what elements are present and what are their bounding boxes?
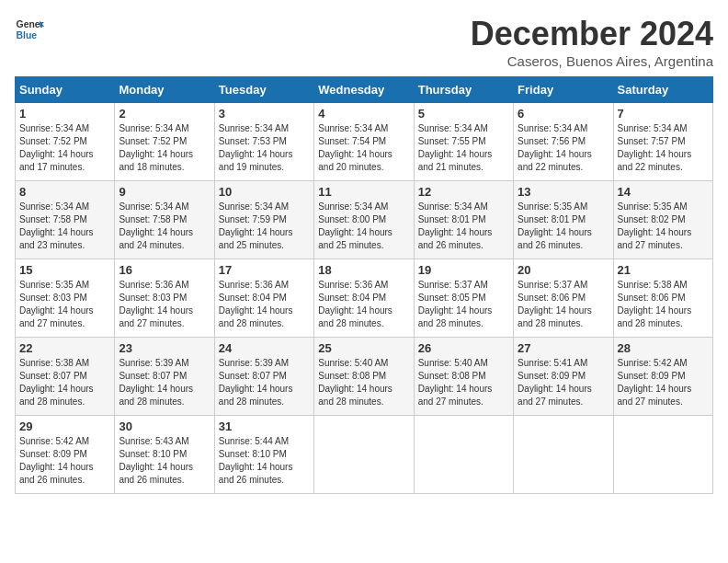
day-number: 23 bbox=[119, 341, 210, 355]
calendar-cell: 1Sunrise: 5:34 AM Sunset: 7:52 PM Daylig… bbox=[16, 103, 115, 181]
col-friday: Friday bbox=[514, 77, 613, 103]
day-info: Sunrise: 5:34 AM Sunset: 7:53 PM Dayligh… bbox=[219, 122, 310, 174]
day-info: Sunrise: 5:42 AM Sunset: 8:09 PM Dayligh… bbox=[19, 435, 110, 487]
day-number: 15 bbox=[19, 263, 110, 277]
day-number: 13 bbox=[518, 185, 609, 199]
day-info: Sunrise: 5:37 AM Sunset: 8:06 PM Dayligh… bbox=[518, 279, 609, 330]
month-title: December 2024 bbox=[471, 15, 713, 53]
day-info: Sunrise: 5:34 AM Sunset: 7:52 PM Dayligh… bbox=[119, 122, 210, 174]
calendar-cell bbox=[414, 416, 513, 494]
page-header: General Blue December 2024 Caseros, Buen… bbox=[15, 15, 713, 69]
day-number: 28 bbox=[618, 341, 709, 355]
calendar-cell bbox=[314, 416, 414, 494]
day-number: 20 bbox=[518, 263, 609, 277]
calendar-cell bbox=[514, 416, 613, 494]
calendar-cell: 3Sunrise: 5:34 AM Sunset: 7:53 PM Daylig… bbox=[214, 103, 313, 181]
calendar-cell: 12Sunrise: 5:34 AM Sunset: 8:01 PM Dayli… bbox=[414, 181, 513, 259]
calendar-cell: 21Sunrise: 5:38 AM Sunset: 8:06 PM Dayli… bbox=[613, 259, 712, 338]
calendar-cell: 6Sunrise: 5:34 AM Sunset: 7:56 PM Daylig… bbox=[514, 103, 613, 181]
day-number: 5 bbox=[418, 107, 509, 121]
title-area: December 2024 Caseros, Buenos Aires, Arg… bbox=[471, 15, 713, 69]
day-number: 11 bbox=[318, 185, 409, 199]
day-number: 4 bbox=[318, 107, 409, 121]
calendar-cell: 20Sunrise: 5:37 AM Sunset: 8:06 PM Dayli… bbox=[514, 259, 613, 338]
day-info: Sunrise: 5:34 AM Sunset: 8:00 PM Dayligh… bbox=[318, 201, 409, 252]
col-monday: Monday bbox=[115, 77, 214, 103]
calendar-cell: 30Sunrise: 5:43 AM Sunset: 8:10 PM Dayli… bbox=[115, 416, 214, 494]
day-info: Sunrise: 5:40 AM Sunset: 8:08 PM Dayligh… bbox=[418, 357, 509, 408]
calendar-cell: 15Sunrise: 5:35 AM Sunset: 8:03 PM Dayli… bbox=[16, 259, 115, 338]
calendar-cell: 19Sunrise: 5:37 AM Sunset: 8:05 PM Dayli… bbox=[414, 259, 513, 338]
day-number: 7 bbox=[618, 107, 709, 121]
day-number: 12 bbox=[418, 185, 509, 199]
calendar-cell: 16Sunrise: 5:36 AM Sunset: 8:03 PM Dayli… bbox=[115, 259, 214, 338]
day-info: Sunrise: 5:34 AM Sunset: 7:54 PM Dayligh… bbox=[318, 122, 409, 174]
day-number: 29 bbox=[19, 419, 110, 433]
day-info: Sunrise: 5:34 AM Sunset: 7:52 PM Dayligh… bbox=[19, 122, 110, 174]
day-info: Sunrise: 5:35 AM Sunset: 8:01 PM Dayligh… bbox=[518, 201, 609, 252]
calendar-cell: 9Sunrise: 5:34 AM Sunset: 7:58 PM Daylig… bbox=[115, 181, 214, 259]
day-info: Sunrise: 5:44 AM Sunset: 8:10 PM Dayligh… bbox=[219, 435, 310, 487]
calendar-cell: 31Sunrise: 5:44 AM Sunset: 8:10 PM Dayli… bbox=[214, 416, 313, 494]
calendar-cell: 24Sunrise: 5:39 AM Sunset: 8:07 PM Dayli… bbox=[214, 338, 313, 416]
day-number: 26 bbox=[418, 341, 509, 355]
location-subtitle: Caseros, Buenos Aires, Argentina bbox=[471, 53, 713, 69]
day-info: Sunrise: 5:34 AM Sunset: 7:57 PM Dayligh… bbox=[618, 122, 709, 174]
calendar-week-5: 29Sunrise: 5:42 AM Sunset: 8:09 PM Dayli… bbox=[16, 416, 713, 494]
day-info: Sunrise: 5:34 AM Sunset: 7:59 PM Dayligh… bbox=[219, 201, 310, 252]
calendar-cell bbox=[613, 416, 712, 494]
calendar-cell: 18Sunrise: 5:36 AM Sunset: 8:04 PM Dayli… bbox=[314, 259, 414, 338]
day-info: Sunrise: 5:36 AM Sunset: 8:04 PM Dayligh… bbox=[219, 279, 310, 330]
day-info: Sunrise: 5:36 AM Sunset: 8:03 PM Dayligh… bbox=[119, 279, 210, 330]
day-number: 10 bbox=[219, 185, 310, 199]
day-info: Sunrise: 5:38 AM Sunset: 8:06 PM Dayligh… bbox=[618, 279, 709, 330]
day-info: Sunrise: 5:36 AM Sunset: 8:04 PM Dayligh… bbox=[318, 279, 409, 330]
calendar-cell: 4Sunrise: 5:34 AM Sunset: 7:54 PM Daylig… bbox=[314, 103, 414, 181]
day-info: Sunrise: 5:42 AM Sunset: 8:09 PM Dayligh… bbox=[618, 357, 709, 408]
day-number: 2 bbox=[119, 107, 210, 121]
logo: General Blue bbox=[15, 15, 44, 44]
col-wednesday: Wednesday bbox=[314, 77, 414, 103]
day-number: 14 bbox=[618, 185, 709, 199]
day-number: 19 bbox=[418, 263, 509, 277]
calendar-cell: 25Sunrise: 5:40 AM Sunset: 8:08 PM Dayli… bbox=[314, 338, 414, 416]
day-info: Sunrise: 5:38 AM Sunset: 8:07 PM Dayligh… bbox=[19, 357, 110, 408]
calendar-cell: 11Sunrise: 5:34 AM Sunset: 8:00 PM Dayli… bbox=[314, 181, 414, 259]
calendar-cell: 26Sunrise: 5:40 AM Sunset: 8:08 PM Dayli… bbox=[414, 338, 513, 416]
calendar-cell: 13Sunrise: 5:35 AM Sunset: 8:01 PM Dayli… bbox=[514, 181, 613, 259]
calendar-week-4: 22Sunrise: 5:38 AM Sunset: 8:07 PM Dayli… bbox=[16, 338, 713, 416]
day-info: Sunrise: 5:39 AM Sunset: 8:07 PM Dayligh… bbox=[219, 357, 310, 408]
calendar-week-2: 8Sunrise: 5:34 AM Sunset: 7:58 PM Daylig… bbox=[16, 181, 713, 259]
day-number: 24 bbox=[219, 341, 310, 355]
day-info: Sunrise: 5:35 AM Sunset: 8:03 PM Dayligh… bbox=[19, 279, 110, 330]
day-info: Sunrise: 5:39 AM Sunset: 8:07 PM Dayligh… bbox=[119, 357, 210, 408]
calendar-cell: 8Sunrise: 5:34 AM Sunset: 7:58 PM Daylig… bbox=[16, 181, 115, 259]
day-info: Sunrise: 5:41 AM Sunset: 8:09 PM Dayligh… bbox=[518, 357, 609, 408]
day-info: Sunrise: 5:34 AM Sunset: 7:58 PM Dayligh… bbox=[19, 201, 110, 252]
col-sunday: Sunday bbox=[16, 77, 115, 103]
calendar-week-1: 1Sunrise: 5:34 AM Sunset: 7:52 PM Daylig… bbox=[16, 103, 713, 181]
day-number: 6 bbox=[518, 107, 609, 121]
day-info: Sunrise: 5:34 AM Sunset: 8:01 PM Dayligh… bbox=[418, 201, 509, 252]
svg-text:Blue: Blue bbox=[17, 30, 38, 40]
day-info: Sunrise: 5:43 AM Sunset: 8:10 PM Dayligh… bbox=[119, 435, 210, 487]
calendar-cell: 22Sunrise: 5:38 AM Sunset: 8:07 PM Dayli… bbox=[16, 338, 115, 416]
day-number: 21 bbox=[618, 263, 709, 277]
day-number: 22 bbox=[19, 341, 110, 355]
calendar-week-3: 15Sunrise: 5:35 AM Sunset: 8:03 PM Dayli… bbox=[16, 259, 713, 338]
day-info: Sunrise: 5:34 AM Sunset: 7:58 PM Dayligh… bbox=[119, 201, 210, 252]
day-number: 31 bbox=[219, 419, 310, 433]
header-row: Sunday Monday Tuesday Wednesday Thursday… bbox=[16, 77, 713, 103]
day-number: 16 bbox=[119, 263, 210, 277]
calendar-cell: 28Sunrise: 5:42 AM Sunset: 8:09 PM Dayli… bbox=[613, 338, 712, 416]
calendar-cell: 17Sunrise: 5:36 AM Sunset: 8:04 PM Dayli… bbox=[214, 259, 313, 338]
day-info: Sunrise: 5:34 AM Sunset: 7:56 PM Dayligh… bbox=[518, 122, 609, 174]
calendar-cell: 7Sunrise: 5:34 AM Sunset: 7:57 PM Daylig… bbox=[613, 103, 712, 181]
calendar-table: Sunday Monday Tuesday Wednesday Thursday… bbox=[15, 76, 713, 494]
col-saturday: Saturday bbox=[613, 77, 712, 103]
day-info: Sunrise: 5:35 AM Sunset: 8:02 PM Dayligh… bbox=[618, 201, 709, 252]
calendar-cell: 23Sunrise: 5:39 AM Sunset: 8:07 PM Dayli… bbox=[115, 338, 214, 416]
day-info: Sunrise: 5:34 AM Sunset: 7:55 PM Dayligh… bbox=[418, 122, 509, 174]
day-number: 18 bbox=[318, 263, 409, 277]
day-number: 27 bbox=[518, 341, 609, 355]
